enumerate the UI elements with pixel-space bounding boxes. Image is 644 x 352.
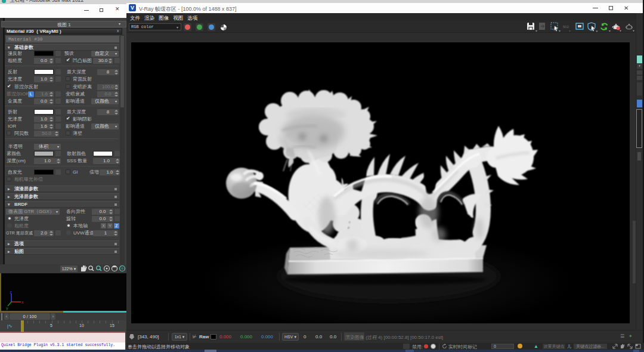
svg-text:y: y: [6, 306, 8, 310]
svg-text:502: 502: [563, 25, 569, 29]
svg-text:z: z: [10, 291, 13, 294]
svg-text:x: x: [21, 300, 24, 304]
